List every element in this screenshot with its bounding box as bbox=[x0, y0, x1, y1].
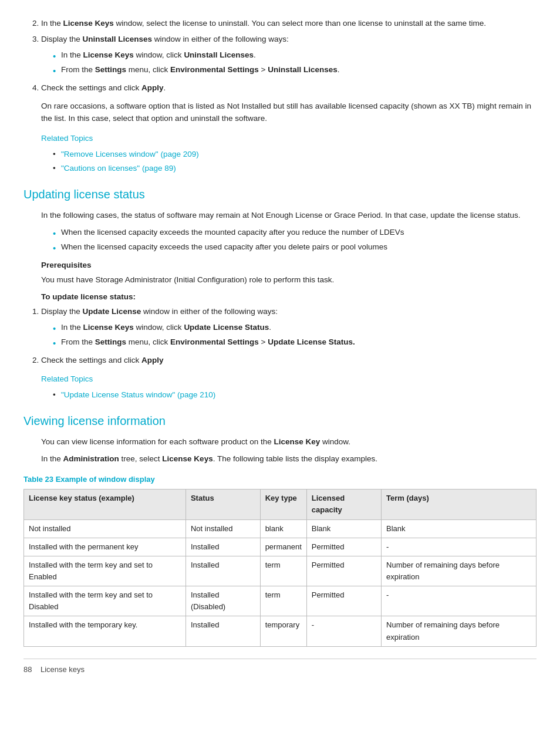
table-cell: Installed with the temporary key. bbox=[24, 616, 186, 646]
table-cell: Permitted bbox=[306, 556, 381, 586]
table-cell: - bbox=[382, 538, 537, 556]
table-cell: Installed with the term key and set to D… bbox=[24, 586, 186, 616]
table-row: Installed with the permanent keyInstalle… bbox=[24, 538, 537, 556]
prerequisites-text: You must have Storage Administrator (Ini… bbox=[41, 274, 537, 286]
license-key-bold: License Key bbox=[274, 437, 320, 446]
col-header-licensed-capacity: Licensed capacity bbox=[306, 490, 381, 519]
related-links-2: "Update License Status window" (page 210… bbox=[53, 389, 537, 401]
table-cell: Blank bbox=[382, 519, 537, 538]
update-substep-2: From the Settings menu, click Environmen… bbox=[53, 336, 537, 349]
col-header-term: Term (days) bbox=[382, 490, 537, 519]
cautions-link[interactable]: "Cautions on licenses" (page 89) bbox=[61, 164, 176, 173]
related-link-item[interactable]: "Cautions on licenses" (page 89) bbox=[53, 163, 537, 175]
table-row: Installed with the term key and set to D… bbox=[24, 586, 537, 616]
related-links-1: "Remove Licenses window" (page 209) "Cau… bbox=[53, 148, 537, 175]
update-substep-1: In the License Keys window, click Update… bbox=[53, 322, 537, 334]
step2-bold1: License Keys bbox=[63, 19, 114, 28]
table-cell: blank bbox=[260, 519, 306, 538]
table-cell: - bbox=[306, 616, 381, 646]
bullet-ldevs: When the licensed capacity exceeds the m… bbox=[53, 227, 537, 239]
update-license-bold: Update License bbox=[83, 307, 141, 316]
col-header-status-example: License key status (example) bbox=[24, 490, 186, 519]
related-topics-heading-2: Related Topics bbox=[41, 373, 537, 386]
table-cell: Installed with the term key and set to E… bbox=[24, 556, 186, 586]
footer-page: 88 bbox=[23, 665, 32, 674]
table-cell: - bbox=[382, 586, 537, 616]
table-cell: temporary bbox=[260, 616, 306, 646]
updating-section-heading: Updating license status bbox=[23, 185, 537, 204]
license-keys-bold: License Keys bbox=[162, 454, 212, 463]
table-cell: permanent bbox=[260, 538, 306, 556]
table-cell: Installed (Disabled) bbox=[185, 586, 260, 616]
table-row: Installed with the term key and set to E… bbox=[24, 556, 537, 586]
col-header-key-type: Key type bbox=[260, 490, 306, 519]
table-header-row: License key status (example) Status Key … bbox=[24, 490, 537, 519]
table-cell: term bbox=[260, 556, 306, 586]
update-step-2: Check the settings and click Apply bbox=[41, 355, 537, 367]
table-row: Not installedNot installedblankBlankBlan… bbox=[24, 519, 537, 538]
table-row: Installed with the temporary key.Install… bbox=[24, 616, 537, 646]
license-table: License key status (example) Status Key … bbox=[23, 489, 537, 646]
update-license-status-link-item[interactable]: "Update License Status window" (page 210… bbox=[53, 389, 537, 401]
table-cell: Installed with the permanent key bbox=[24, 538, 186, 556]
prerequisites-heading: Prerequisites bbox=[41, 259, 537, 272]
table-cell: Not installed bbox=[185, 519, 260, 538]
table-cell: Blank bbox=[306, 519, 381, 538]
footer: 88 License keys bbox=[23, 659, 537, 676]
administration-bold: Administration bbox=[63, 454, 119, 463]
to-update-heading: To update license status: bbox=[41, 291, 537, 303]
table-cell: Permitted bbox=[306, 586, 381, 616]
table-cell: Installed bbox=[185, 556, 260, 586]
update-step-1: Display the Update License window in eit… bbox=[41, 306, 537, 349]
viewing-para1: You can view license information for eac… bbox=[41, 436, 537, 448]
table-cell: Installed bbox=[185, 616, 260, 646]
update-license-status-link[interactable]: "Update License Status window" (page 210… bbox=[61, 390, 215, 399]
step-4: Check the settings and click Apply. bbox=[41, 82, 537, 94]
table-cell: term bbox=[260, 586, 306, 616]
step-3: Display the Uninstall Licenses window in… bbox=[41, 33, 537, 76]
table-cell: Permitted bbox=[306, 538, 381, 556]
table-cell: Number of remaining days before expirati… bbox=[382, 556, 537, 586]
table-caption: Table 23 Example of window display bbox=[23, 474, 537, 485]
substep-2: From the Settings menu, click Environmen… bbox=[53, 64, 537, 76]
viewing-para2: In the Administration tree, select Licen… bbox=[41, 453, 537, 465]
bullet-pairs: When the licensed capacity exceeds the u… bbox=[53, 241, 537, 254]
col-header-status: Status bbox=[185, 490, 260, 519]
updating-bullets: When the licensed capacity exceeds the m… bbox=[53, 227, 537, 254]
table-cell: Number of remaining days before expirati… bbox=[382, 616, 537, 646]
related-topics-heading-1: Related Topics bbox=[41, 133, 537, 145]
table-cell: Not installed bbox=[24, 519, 186, 538]
step3-bold1: Uninstall Licenses bbox=[83, 35, 153, 43]
uninstall-note: On rare occasions, a software option tha… bbox=[41, 100, 537, 125]
updating-intro: In the following cases, the status of so… bbox=[41, 210, 537, 222]
remove-licenses-link[interactable]: "Remove Licenses window" (page 209) bbox=[61, 150, 199, 158]
substep-1: In the License Keys window, click Uninst… bbox=[53, 49, 537, 62]
step-2: In the License Keys window, select the l… bbox=[41, 18, 537, 30]
viewing-section-heading: Viewing license information bbox=[23, 412, 537, 430]
footer-label: License keys bbox=[41, 665, 85, 674]
table-cell: Installed bbox=[185, 538, 260, 556]
related-link-item[interactable]: "Remove Licenses window" (page 209) bbox=[53, 148, 537, 161]
